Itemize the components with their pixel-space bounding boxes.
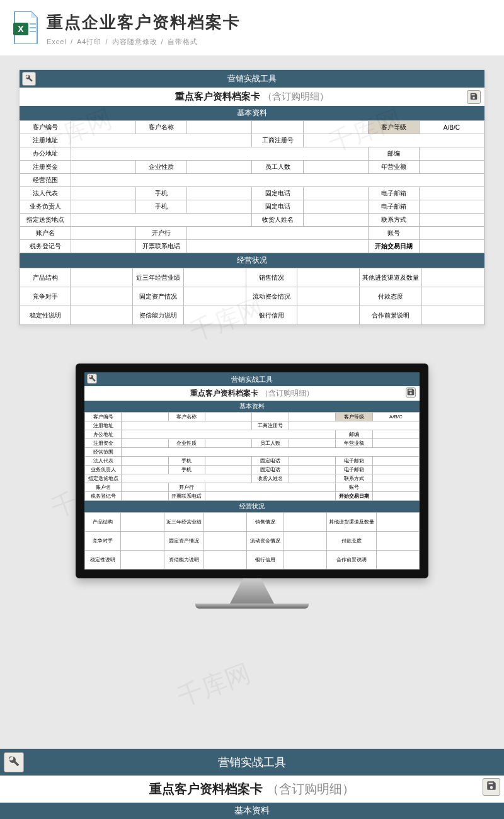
field-office-addr[interactable] [122,430,336,439]
field-reg-capital[interactable] [122,439,168,448]
field-trade-start-date[interactable] [372,492,419,501]
field-product-structure[interactable] [121,513,164,532]
field-receiver-name[interactable] [303,214,368,227]
field-bank[interactable] [205,483,336,492]
field-reg-addr[interactable] [122,421,252,430]
field-customer-name[interactable] [187,121,252,134]
field-legal-rep[interactable] [122,457,168,466]
field-delivery-addr[interactable] [71,214,252,227]
label-fixed-phone-1: 固定电话 [252,187,303,200]
field-receiver-name[interactable] [289,474,335,483]
field-biz-owner[interactable] [122,466,168,474]
field-payment-attitude[interactable] [421,287,484,306]
field-other-channels[interactable] [376,513,419,532]
field-product-structure[interactable] [71,268,133,287]
settings-button[interactable] [4,752,24,772]
field-owner-phone[interactable] [303,200,368,214]
field-owner-mobile[interactable] [205,466,252,474]
field-postcode[interactable] [372,430,419,439]
toolbar-title: 营销实战工具 [218,755,286,770]
field-coop-prospect[interactable] [421,306,484,325]
field-liquid-assets[interactable] [284,532,326,551]
field-competitors[interactable] [121,532,164,551]
field-tax-reg-no[interactable] [71,240,136,253]
field-annual-turnover[interactable] [419,161,484,174]
field-legal-email[interactable] [372,457,419,466]
field-legal-phone[interactable] [289,457,335,466]
field-payment-attitude[interactable] [376,532,419,551]
field-account-no[interactable] [372,483,419,492]
field-customer-no[interactable] [122,413,168,421]
field-recent3[interactable] [203,513,246,532]
field-debt-capacity[interactable] [203,551,246,570]
save-button[interactable] [406,387,416,398]
save-button[interactable] [467,90,481,104]
field-coop-prospect[interactable] [376,551,419,570]
page-title: 重点企业客户资料档案卡 [47,11,491,33]
document-title: 重点客户资料档案卡 [175,91,260,101]
field-enterprise-nature[interactable] [205,439,252,448]
field-postcode[interactable] [419,147,484,161]
field-legal-mobile[interactable] [187,187,252,200]
field-stability[interactable] [121,551,164,570]
field-annual-turnover[interactable] [372,439,419,448]
label-employee-count: 员工人数 [252,439,289,448]
field-customer-no[interactable] [71,121,136,134]
field-customer-level[interactable]: A/B/C [372,413,419,421]
field-owner-phone[interactable] [289,466,335,474]
label-business-scope: 经营范围 [20,174,71,187]
field-biz-reg-no[interactable] [289,421,419,430]
field-invoice-contact[interactable] [187,240,368,253]
field-bank-credit[interactable] [297,306,359,325]
field-sales-status[interactable] [297,268,359,287]
save-button[interactable] [483,778,500,796]
field-reg-capital[interactable] [71,161,136,174]
field-biz-owner[interactable] [71,200,136,214]
field-recent3[interactable] [184,268,246,287]
label-customer-level: 客户等级 [336,413,372,421]
field-account-name[interactable] [71,227,136,240]
field-employee-count[interactable] [303,161,368,174]
field-office-addr[interactable] [71,147,369,161]
field-employee-count[interactable] [289,439,335,448]
field-debt-capacity[interactable] [184,306,246,325]
field-trade-start-date[interactable] [419,240,484,253]
label-receiver-name: 收货人姓名 [252,474,289,483]
field-bank[interactable] [187,227,368,240]
field-legal-mobile[interactable] [205,457,252,466]
field-tax-reg-no[interactable] [122,492,168,501]
field-business-scope[interactable] [122,448,420,457]
field-account-name[interactable] [122,483,168,492]
field-legal-phone[interactable] [303,187,368,200]
field-account-no[interactable] [419,227,484,240]
field-business-scope[interactable] [71,174,484,187]
field-invoice-contact[interactable] [205,492,336,501]
field-delivery-addr[interactable] [122,474,252,483]
field-customer-level[interactable]: A/B/C [419,121,484,134]
field-enterprise-nature[interactable] [187,161,252,174]
field-contact-method[interactable] [419,214,484,227]
field-fixed-assets[interactable] [203,532,246,551]
field-liquid-assets[interactable] [297,287,359,306]
label-stability: 稳定性说明 [85,551,121,570]
field-bank-credit[interactable] [284,551,326,570]
settings-button[interactable] [22,72,36,86]
field-owner-mobile[interactable] [187,200,252,214]
field-biz-reg-no[interactable] [303,134,484,147]
field-contact-method[interactable] [372,474,419,483]
field-reg-addr[interactable] [71,134,252,147]
field-other-channels[interactable] [421,268,484,287]
field-sales-status[interactable] [284,513,326,532]
excel-file-icon: X [13,11,39,44]
settings-button[interactable] [87,374,97,384]
field-competitors[interactable] [71,287,133,306]
field-legal-rep[interactable] [71,187,136,200]
label-customer-name: 客户名称 [136,121,187,134]
field-customer-name[interactable] [205,413,252,421]
field-fixed-assets[interactable] [184,287,246,306]
field-owner-email[interactable] [419,200,484,214]
field-owner-email[interactable] [372,466,419,474]
field-legal-email[interactable] [419,187,484,200]
field-stability[interactable] [71,306,133,325]
label-recent3: 近三年经营业绩 [164,513,203,532]
